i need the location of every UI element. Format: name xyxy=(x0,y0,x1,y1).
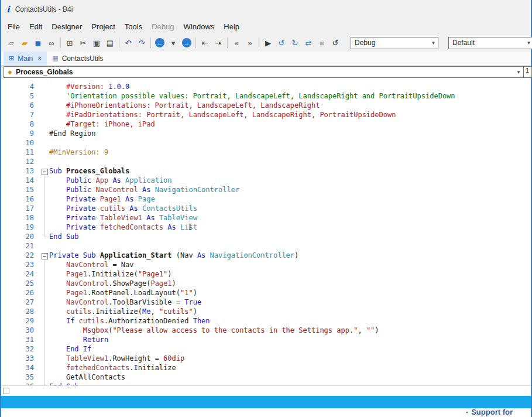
code-line-19[interactable]: 19 Private fetchedContacts As List xyxy=(1,223,531,232)
build-configuration-combo[interactable]: Debug ▾ xyxy=(351,37,438,49)
back-history-dropdown-icon: ▾ xyxy=(171,39,176,47)
code-text: Sub Process_Globals xyxy=(49,166,129,176)
code-line-4[interactable]: 4 #Version: 1.0.0 xyxy=(1,82,531,91)
code-line-14[interactable]: 14 Public App As Application xyxy=(1,176,531,185)
paste-icon[interactable]: ▤ xyxy=(104,36,116,49)
code-line-8[interactable]: 8 #Target: iPhone, iPad xyxy=(1,119,531,129)
new-file-icon[interactable]: ▱ xyxy=(5,36,18,49)
chevron-down-icon[interactable]: ▾ xyxy=(514,69,523,75)
code-line-7[interactable]: 7 #iPadOrientations: Portrait, Landscape… xyxy=(1,110,531,119)
toolbar-separator xyxy=(150,37,151,48)
code-line-5[interactable]: 5 'Orientation possible values: Portrait… xyxy=(1,91,531,101)
code-line-33[interactable]: 33 TableView1.RowHeight = 60dip xyxy=(1,354,531,363)
code-line-23[interactable]: 23 NavControl = Nav xyxy=(1,260,531,269)
outdent-icon[interactable]: ⇤ xyxy=(198,36,211,49)
code-line-12[interactable]: 12 xyxy=(1,157,531,166)
code-text: GetAllContacts xyxy=(49,372,125,382)
layout-grid-icon: ⊞ xyxy=(9,54,14,62)
open-project-icon[interactable]: ▰ xyxy=(18,36,31,49)
navigate-back-icon[interactable]: ← xyxy=(153,36,166,49)
code-line-10[interactable]: 10 xyxy=(1,138,531,148)
code-line-17[interactable]: 17 Private cutils As ContactsUtils xyxy=(1,204,531,213)
line-number: 28 xyxy=(1,307,40,316)
code-line-18[interactable]: 18 Private TableView1 As TableView xyxy=(1,213,531,223)
menu-file[interactable]: File xyxy=(3,20,25,33)
uncomment-icon: » xyxy=(248,39,252,47)
menu-edit[interactable]: Edit xyxy=(25,20,47,33)
code-text: Private Sub Application_Start (Nav As Na… xyxy=(49,251,298,260)
ide-window: i ContactsUtils - B4i FileEditDesignerPr… xyxy=(0,0,532,417)
tab-label: Main xyxy=(18,54,33,63)
indent-icon[interactable]: ⇥ xyxy=(212,36,225,49)
code-line-29[interactable]: 29 If cutils.AuthorizationDenied Then xyxy=(1,316,531,326)
menu-tools[interactable]: Tools xyxy=(120,20,147,33)
code-line-6[interactable]: 6 #iPhoneOrientations: Portrait, Landsca… xyxy=(1,101,531,110)
code-line-9[interactable]: 9#End Region xyxy=(1,129,531,138)
secondary-navigator-combo[interactable]: 1 xyxy=(523,66,532,78)
run-configuration-combo[interactable]: Default ▾ xyxy=(448,37,532,49)
line-number: 35 xyxy=(1,372,40,382)
code-line-13[interactable]: 13Sub Process_Globals xyxy=(1,166,531,176)
line-number: 23 xyxy=(1,260,40,269)
line-number: 26 xyxy=(1,288,40,298)
footer-strip: ▪ Support for xyxy=(1,408,531,417)
navigator-row: ◆ Process_Globals ▾ 1 xyxy=(1,66,531,78)
chevron-down-icon[interactable]: ▾ xyxy=(524,40,532,46)
fold-margin xyxy=(40,260,49,269)
resume-icon[interactable]: ↺ xyxy=(275,36,288,49)
stop-icon[interactable]: ■ xyxy=(315,36,328,49)
step-over-icon[interactable]: ↻ xyxy=(289,36,301,49)
designer-icon[interactable]: ⊞ xyxy=(63,36,76,49)
tab-main[interactable]: ⊞Main× xyxy=(4,52,47,65)
code-line-22[interactable]: 22Private Sub Application_Start (Nav As … xyxy=(1,251,531,260)
step-over-icon: ↻ xyxy=(292,39,298,47)
tab-close-icon[interactable]: × xyxy=(37,54,42,63)
code-line-35[interactable]: 35 GetAllContacts xyxy=(1,372,531,382)
code-editor[interactable]: 4 #Version: 1.0.05 'Orientation possible… xyxy=(1,78,531,385)
support-link[interactable]: ▪ Support for xyxy=(466,408,513,416)
fold-margin xyxy=(40,138,49,148)
step-into-icon[interactable]: ⇄ xyxy=(302,36,315,49)
code-line-34[interactable]: 34 fetchedContacts.Initialize xyxy=(1,363,531,372)
code-line-16[interactable]: 16 Private Page1 As Page xyxy=(1,194,531,204)
code-line-30[interactable]: 30 Msgbox("Please allow access to the co… xyxy=(1,326,531,335)
menu-debug[interactable]: Debug xyxy=(147,20,179,33)
code-line-25[interactable]: 25 NavControl.ShowPage(Page1) xyxy=(1,279,531,288)
tab-contactsutils[interactable]: ▦ContactsUtils xyxy=(47,52,108,65)
procedure-navigator-combo[interactable]: ◆ Process_Globals ▾ xyxy=(4,66,524,78)
cut-icon[interactable]: ✂ xyxy=(77,36,90,49)
menu-designer[interactable]: Designer xyxy=(47,20,87,33)
copy-icon[interactable]: ▣ xyxy=(90,36,103,49)
comment-icon[interactable]: « xyxy=(230,36,243,49)
run-icon[interactable]: ▶ xyxy=(262,36,274,49)
navigate-forward-icon[interactable]: → xyxy=(180,36,193,49)
uncomment-icon[interactable]: » xyxy=(243,36,256,49)
rebuild-icon[interactable]: ↺ xyxy=(329,36,342,49)
code-text: #End Region xyxy=(49,129,95,138)
fold-toggle-icon[interactable] xyxy=(40,166,49,176)
redo-icon[interactable]: ↷ xyxy=(135,36,148,49)
code-line-15[interactable]: 15 Public NavControl As NavigationContro… xyxy=(1,185,531,194)
code-line-32[interactable]: 32 End If xyxy=(1,344,531,354)
code-text: Return xyxy=(49,335,108,344)
fold-margin xyxy=(40,129,49,138)
save-icon[interactable]: ◼ xyxy=(32,36,44,49)
cut-icon: ✂ xyxy=(80,39,87,47)
code-line-21[interactable]: 21 xyxy=(1,241,531,251)
code-line-31[interactable]: 31 Return xyxy=(1,335,531,344)
code-line-26[interactable]: 26 Page1.RootPanel.LoadLayout("1") xyxy=(1,288,531,298)
find-icon[interactable]: ∞ xyxy=(45,36,58,49)
back-history-dropdown-icon[interactable]: ▾ xyxy=(167,36,180,49)
code-line-11[interactable]: 11#MinVersion: 9 xyxy=(1,148,531,157)
menu-project[interactable]: Project xyxy=(87,20,119,33)
scrollbar-corner[interactable] xyxy=(3,388,9,394)
menu-windows[interactable]: Windows xyxy=(179,20,219,33)
menu-help[interactable]: Help xyxy=(219,20,244,33)
code-line-28[interactable]: 28 cutils.Initialize(Me, "cutils") xyxy=(1,307,531,316)
undo-icon[interactable]: ↶ xyxy=(122,36,135,49)
chevron-down-icon[interactable]: ▾ xyxy=(429,40,438,46)
code-line-20[interactable]: 20End Sub xyxy=(1,232,531,241)
code-line-24[interactable]: 24 Page1.Initialize("Page1") xyxy=(1,269,531,279)
code-line-27[interactable]: 27 NavControl.ToolBarVisible = True xyxy=(1,298,531,307)
fold-toggle-icon[interactable] xyxy=(40,251,49,260)
